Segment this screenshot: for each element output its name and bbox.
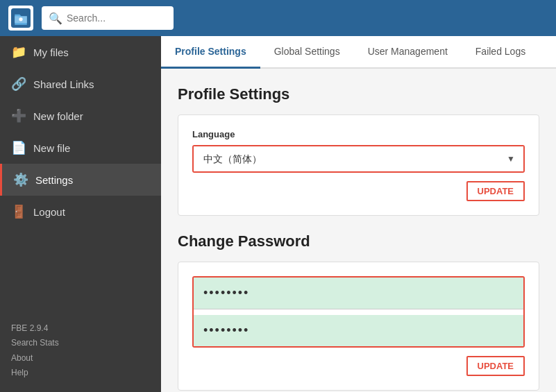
about-link[interactable]: About [11, 351, 150, 366]
share-icon: 🔗 [11, 76, 26, 92]
tab-user-management[interactable]: User Management [354, 36, 462, 69]
sidebar-label-logout: Logout [33, 206, 65, 218]
page-content: Profile Settings Language 中文（简体） English… [161, 69, 556, 392]
language-select[interactable]: 中文（简体） English Français Deutsch Español [194, 146, 523, 171]
sidebar-label-settings: Settings [35, 174, 73, 186]
change-password-section: Change Password UPDATE [178, 232, 539, 391]
folder-icon: 📁 [11, 44, 26, 60]
sidebar-item-settings[interactable]: ⚙️ Settings [0, 164, 161, 196]
profile-settings-title: Profile Settings [178, 85, 539, 103]
clearfix2: UPDATE [192, 348, 525, 376]
svg-point-1 [19, 17, 22, 21]
logout-icon: 🚪 [11, 204, 26, 219]
search-input[interactable] [67, 12, 167, 24]
tab-global-settings[interactable]: Global Settings [260, 36, 354, 69]
sidebar-item-logout[interactable]: 🚪 Logout [0, 196, 161, 228]
language-select-wrapper: 中文（简体） English Français Deutsch Español … [192, 145, 525, 173]
sidebar-footer: FBE 2.9.4 Search Stats About Help [0, 310, 161, 392]
version-text: FBE 2.9.4 [11, 323, 48, 333]
confirm-password-input[interactable] [194, 315, 523, 346]
tab-profile-settings[interactable]: Profile Settings [161, 36, 260, 69]
change-password-title: Change Password [178, 232, 539, 250]
language-label: Language [192, 129, 525, 139]
new-folder-icon: ➕ [11, 108, 26, 123]
search-bar[interactable]: 🔍 [42, 6, 174, 30]
password-fields-container [192, 276, 525, 348]
logo [8, 6, 33, 31]
language-card: Language 中文（简体） English Français Deutsch… [178, 114, 539, 216]
sidebar-item-shared-links[interactable]: 🔗 Shared Links [0, 68, 161, 100]
header: 🔍 [0, 0, 556, 36]
tab-bar: Profile Settings Global Settings User Ma… [161, 36, 556, 69]
password-update-button[interactable]: UPDATE [466, 356, 525, 376]
sidebar-label-shared-links: Shared Links [33, 78, 94, 90]
clearfix: UPDATE [192, 173, 525, 201]
sidebar-label-new-folder: New folder [33, 110, 83, 122]
sidebar-item-my-files[interactable]: 📁 My files [0, 36, 161, 68]
search-stats-link[interactable]: Search Stats [11, 336, 150, 351]
search-icon: 🔍 [49, 12, 62, 25]
sidebar-item-new-folder[interactable]: ➕ New folder [0, 100, 161, 132]
sidebar-label-new-file: New file [33, 142, 70, 154]
profile-settings-section: Profile Settings Language 中文（简体） English… [178, 85, 539, 216]
sidebar-item-new-file[interactable]: 📄 New file [0, 132, 161, 164]
help-link[interactable]: Help [11, 366, 150, 381]
content-area: Profile Settings Global Settings User Ma… [161, 36, 556, 392]
sidebar: 📁 My files 🔗 Shared Links ➕ New folder 📄… [0, 36, 161, 392]
password-input[interactable] [194, 278, 523, 309]
password-card: UPDATE [178, 262, 539, 391]
tab-failed-logs[interactable]: Failed Logs [462, 36, 539, 69]
sidebar-label-my-files: My files [33, 46, 69, 58]
settings-icon: ⚙️ [13, 172, 28, 187]
main-layout: 📁 My files 🔗 Shared Links ➕ New folder 📄… [0, 36, 556, 392]
language-update-button[interactable]: UPDATE [466, 181, 525, 201]
new-file-icon: 📄 [11, 140, 26, 155]
